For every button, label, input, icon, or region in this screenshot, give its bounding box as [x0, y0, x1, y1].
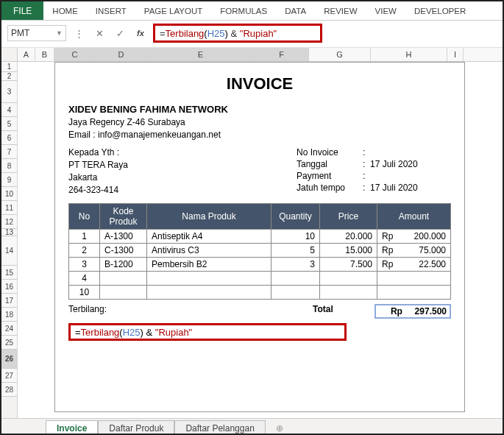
row-header[interactable]: 16: [1, 280, 17, 294]
row-header[interactable]: 14: [1, 236, 17, 266]
cell-no[interactable]: 10: [69, 286, 100, 300]
meta-row: Payment:: [297, 171, 451, 181]
row-header[interactable]: 10: [1, 187, 17, 201]
row-header[interactable]: 9: [1, 173, 17, 187]
row-header[interactable]: 17: [1, 294, 17, 308]
col-header[interactable]: F: [255, 48, 309, 61]
tab-home[interactable]: HOME: [43, 1, 87, 20]
cell-no[interactable]: 1: [69, 230, 100, 244]
th-qty: Quantity: [271, 204, 320, 230]
col-header[interactable]: H: [371, 48, 447, 61]
cell-price[interactable]: 20.000: [320, 230, 377, 244]
row-header[interactable]: 12: [1, 215, 17, 229]
table-row[interactable]: 3B-1200Pembersih B237.500Rp22.500: [69, 258, 451, 272]
cell-amount[interactable]: Rp200.000: [377, 230, 451, 244]
tab-data[interactable]: DATA: [276, 1, 315, 20]
worksheet: 1 2 3 4 5 6 7 8 9 10 11 12 13 14 15 16 1…: [1, 48, 503, 418]
chevron-down-icon[interactable]: ▼: [56, 29, 63, 37]
total-row: Terbilang: Total Rp 297.500: [68, 304, 451, 319]
cell-qty[interactable]: 10: [271, 230, 320, 244]
cell-qty[interactable]: 3: [271, 258, 320, 272]
cell-amount[interactable]: [377, 286, 451, 300]
row-header[interactable]: 5: [1, 117, 17, 131]
row-header[interactable]: 28: [1, 383, 17, 397]
cell-nama[interactable]: Antiseptik A4: [147, 230, 271, 244]
cell-price[interactable]: 7.500: [320, 258, 377, 272]
cell-qty[interactable]: 5: [271, 244, 320, 258]
cell-qty[interactable]: [271, 272, 320, 286]
row-header[interactable]: 11: [1, 201, 17, 215]
cell-kode[interactable]: [100, 286, 147, 300]
row-header[interactable]: 13: [1, 229, 17, 236]
name-box[interactable]: PMT ▼: [7, 25, 66, 41]
cell-formula-text: =Terbilang(H25) & "Rupiah": [75, 327, 192, 338]
company-email: Email : info@manajemenkeuangan.net: [68, 130, 451, 140]
table-row[interactable]: 1A-1300Antiseptik A41020.000Rp200.000: [69, 230, 451, 244]
cell-no[interactable]: 3: [69, 258, 100, 272]
formula-input[interactable]: =Terbilang(H25) & "Rupiah": [153, 24, 322, 43]
sheet-tab-daftar-pelanggan[interactable]: Daftar Pelanggan: [174, 420, 265, 436]
row-header[interactable]: 27: [1, 369, 17, 383]
cell-kode[interactable]: B-1200: [100, 258, 147, 272]
select-all-corner[interactable]: [1, 48, 18, 62]
cell-nama[interactable]: [147, 272, 271, 286]
tab-formulas[interactable]: FORMULAS: [211, 1, 276, 20]
tab-review[interactable]: REVIEW: [315, 1, 366, 20]
row-header[interactable]: 1: [1, 62, 17, 72]
row-header[interactable]: 25: [1, 336, 17, 350]
cell-price[interactable]: [320, 272, 377, 286]
tab-insert[interactable]: INSERT: [87, 1, 135, 20]
col-header[interactable]: C: [54, 48, 96, 61]
row-header[interactable]: 15: [1, 266, 17, 280]
th-kode: Kode Produk: [100, 204, 147, 230]
table-row[interactable]: 4: [69, 272, 451, 286]
row-header[interactable]: 6: [1, 131, 17, 145]
col-header[interactable]: B: [35, 48, 54, 61]
enter-icon[interactable]: ✓: [112, 25, 128, 41]
grid[interactable]: A B C D E F G H I INVOICE XIDEV BENING F…: [18, 48, 503, 418]
file-tab[interactable]: FILE: [1, 1, 43, 20]
table-header-row: No Kode Produk Nama Produk Quantity Pric…: [69, 204, 451, 230]
row-header[interactable]: 3: [1, 81, 17, 103]
tab-page-layout[interactable]: PAGE LAYOUT: [135, 1, 211, 20]
cell-kode[interactable]: A-1300: [100, 230, 147, 244]
cell-qty[interactable]: [271, 286, 320, 300]
cell-amount[interactable]: Rp22.500: [377, 258, 451, 272]
col-header[interactable]: D: [96, 48, 147, 61]
row-header[interactable]: 4: [1, 103, 17, 117]
sheet-tab-daftar-produk[interactable]: Daftar Produk: [98, 420, 174, 436]
sheet-tab-invoice[interactable]: Invoice: [46, 420, 98, 436]
cell-no[interactable]: 4: [69, 272, 100, 286]
table-row[interactable]: 10: [69, 286, 451, 300]
cell-kode[interactable]: [100, 272, 147, 286]
row-header[interactable]: 8: [1, 159, 17, 173]
row-header-active[interactable]: 26: [1, 350, 17, 369]
tab-view[interactable]: VIEW: [366, 1, 405, 20]
cell-kode[interactable]: C-1300: [100, 244, 147, 258]
row-header[interactable]: 7: [1, 145, 17, 159]
tab-developer[interactable]: DEVELOPER: [405, 1, 475, 20]
col-header[interactable]: A: [18, 48, 35, 61]
cancel-icon[interactable]: ✕: [91, 25, 107, 41]
cell-amount[interactable]: [377, 272, 451, 286]
col-header[interactable]: I: [447, 48, 464, 61]
cell-nama[interactable]: Pembersih B2: [147, 258, 271, 272]
cell-nama[interactable]: [147, 286, 271, 300]
row-header[interactable]: 24: [1, 322, 17, 336]
terbilang-label: Terbilang:: [68, 304, 313, 319]
add-sheet-button[interactable]: ⊕: [266, 421, 286, 436]
cell-amount[interactable]: Rp75.000: [377, 244, 451, 258]
cell-price[interactable]: [320, 286, 377, 300]
cell-price[interactable]: 15.000: [320, 244, 377, 258]
cell-nama[interactable]: Antivirus C3: [147, 244, 271, 258]
fx-icon[interactable]: fx: [132, 25, 149, 41]
active-cell-editing[interactable]: =Terbilang(H25) & "Rupiah": [68, 323, 347, 341]
col-header[interactable]: G: [309, 48, 371, 61]
th-nama: Nama Produk: [147, 204, 271, 230]
cell-no[interactable]: 2: [69, 244, 100, 258]
row-header[interactable]: 2: [1, 72, 17, 81]
col-header[interactable]: E: [147, 48, 255, 61]
table-row[interactable]: 2C-1300Antivirus C3515.000Rp75.000: [69, 244, 451, 258]
row-header[interactable]: 18: [1, 308, 17, 322]
meta-row: Tanggal:17 Juli 2020: [297, 159, 451, 169]
